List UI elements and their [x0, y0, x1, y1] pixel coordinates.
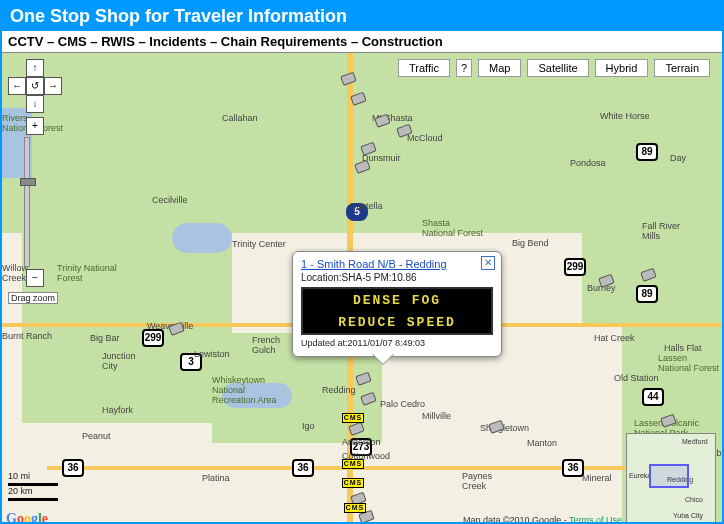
popup-location-label: Location:: [301, 272, 342, 283]
place-label: Millville: [422, 411, 451, 421]
place-label: French Gulch: [252, 335, 280, 355]
place-label: Trinity Center: [232, 239, 286, 249]
place-label: Halls Flat: [664, 343, 702, 353]
scale-bar: 10 mi 20 km: [8, 471, 58, 501]
popup-location-value: SHA-5 PM:10.86: [342, 272, 417, 283]
place-label: Paynes Creek: [462, 471, 492, 491]
shield-36: 36: [562, 459, 584, 477]
pan-up-button[interactable]: ↑: [26, 59, 44, 77]
ov-place: Yuba City: [673, 512, 703, 519]
place-label: White Horse: [600, 111, 650, 121]
shield-44: 44: [642, 388, 664, 406]
place-label: Cecilville: [152, 195, 188, 205]
zoom-out-button[interactable]: −: [26, 269, 44, 287]
cms-icon[interactable]: CMS: [342, 413, 364, 423]
scale-km: 20 km: [8, 486, 58, 496]
place-label: Castella: [350, 201, 383, 211]
map-type-map[interactable]: Map: [478, 59, 521, 77]
cms-line-2: REDUCE SPEED: [338, 315, 456, 330]
place-label: Pondosa: [570, 158, 606, 168]
cms-popup: ✕ 1 - Smith Road N/B - Redding Location:…: [292, 251, 502, 357]
place-label: Redding: [322, 385, 356, 395]
terms-link[interactable]: Terms of Use: [569, 515, 622, 524]
scale-mi: 10 mi: [8, 471, 58, 481]
place-label: Trinity National Forest: [57, 263, 117, 283]
place-label: Fall River Mills: [642, 221, 680, 241]
map-type-hybrid[interactable]: Hybrid: [595, 59, 649, 77]
popup-updated-label: Updated at:: [301, 338, 348, 348]
shield-89: 89: [636, 285, 658, 303]
help-button[interactable]: ?: [456, 59, 472, 77]
cms-icon[interactable]: CMS: [344, 503, 366, 513]
popup-location: Location:SHA-5 PM:10.86: [301, 272, 493, 283]
zoom-slider[interactable]: [24, 137, 30, 267]
place-label: Palo Cedro: [380, 399, 425, 409]
drag-zoom-label[interactable]: Drag zoom: [8, 292, 58, 304]
place-label: Hayfork: [102, 405, 133, 415]
place-label: Hat Creek: [594, 333, 635, 343]
zoom-in-button[interactable]: +: [26, 117, 44, 135]
map-type-bar: Traffic ? Map Satellite Hybrid Terrain: [398, 59, 710, 77]
cms-icon[interactable]: CMS: [342, 478, 364, 488]
place-label: Burnt Ranch: [2, 331, 52, 341]
cms-icon[interactable]: CMS: [342, 459, 364, 469]
pan-left-button[interactable]: ←: [8, 77, 26, 95]
close-icon[interactable]: ✕: [481, 256, 495, 270]
traffic-button[interactable]: Traffic: [398, 59, 450, 77]
ov-place: Chico: [685, 496, 703, 503]
attribution-text: Map data ©2010 Google -: [463, 515, 567, 524]
google-logo: Google: [6, 511, 48, 524]
place-label: Lassen National Forest: [658, 353, 719, 373]
place-label: Old Station: [614, 373, 659, 383]
page-title: One Stop Shop for Traveler Information: [2, 2, 722, 31]
pan-down-button[interactable]: ↓: [26, 95, 44, 113]
water-body: [172, 223, 232, 253]
return-home-button[interactable]: ↺: [26, 77, 44, 95]
place-label: Lewiston: [194, 349, 230, 359]
ov-place: Medford: [682, 438, 708, 445]
popup-updated: Updated at:2011/01/07 8:49:03: [301, 338, 493, 348]
place-label: Igo: [302, 421, 315, 431]
popup-title-link[interactable]: 1 - Smith Road N/B - Redding: [301, 258, 493, 270]
shield-36: 36: [62, 459, 84, 477]
map-type-terrain[interactable]: Terrain: [654, 59, 710, 77]
map-canvas[interactable]: 5 299 299 89 89 89 3 44 273 36 36 36 Cal…: [2, 53, 722, 524]
place-label: Big Bar: [90, 333, 120, 343]
place-label: Callahan: [222, 113, 258, 123]
map-attribution: Map data ©2010 Google - Terms of Use: [463, 515, 622, 524]
cms-message-board: DENSE FOG REDUCE SPEED: [301, 287, 493, 335]
shield-36: 36: [292, 459, 314, 477]
shield-299: 299: [142, 329, 164, 347]
cctv-icon[interactable]: [488, 418, 510, 437]
cms-line-1: DENSE FOG: [353, 293, 441, 308]
overview-map[interactable]: Medford Eureka Redding Chico Yuba City: [626, 433, 716, 523]
map-type-satellite[interactable]: Satellite: [527, 59, 588, 77]
shield-89: 89: [636, 143, 658, 161]
place-label: Shasta National Forest: [422, 218, 483, 238]
place-label: Peanut: [82, 431, 111, 441]
place-label: Anderson: [342, 437, 381, 447]
highway-36: [47, 466, 697, 470]
ov-place: Eureka: [629, 472, 651, 479]
nav-zoom-cluster: ↑ ← ↺ → ↓ + − Drag zoom: [8, 59, 62, 305]
place-label: Platina: [202, 473, 230, 483]
place-label: Day: [670, 153, 686, 163]
zoom-handle[interactable]: [20, 178, 36, 186]
place-label: Junction City: [102, 351, 136, 371]
place-label: Manton: [527, 438, 557, 448]
place-label: Whiskeytown National Recreation Area: [212, 375, 277, 405]
place-label: Mineral: [582, 473, 612, 483]
place-label: Big Bend: [512, 238, 549, 248]
shield-299: 299: [564, 258, 586, 276]
overview-viewport[interactable]: [649, 464, 689, 488]
popup-updated-value: 2011/01/07 8:49:03: [348, 338, 426, 348]
layer-list: CCTV – CMS – RWIS – Incidents – Chain Re…: [2, 31, 722, 53]
pan-right-button[interactable]: →: [44, 77, 62, 95]
